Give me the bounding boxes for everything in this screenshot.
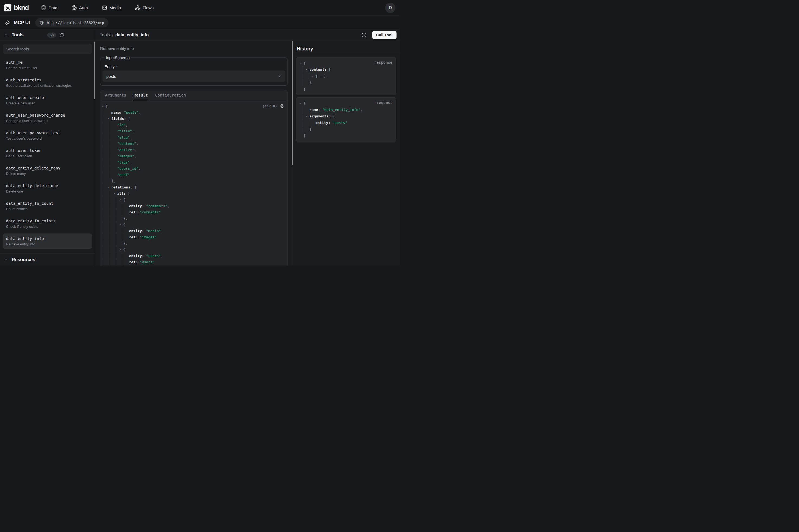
- breadcrumb-root[interactable]: Tools: [100, 33, 110, 37]
- indent-guide: [120, 209, 126, 215]
- history-icon[interactable]: [361, 32, 367, 38]
- tool-list-item[interactable]: auth_user_password_testTest a user's pas…: [3, 128, 92, 143]
- indent-guide: [300, 119, 306, 126]
- tool-desc: Count entities: [6, 207, 89, 211]
- tool-list-item[interactable]: data_entity_fn_existsCheck if entity exi…: [3, 216, 92, 231]
- tool-desc: Get the available authentication strateg…: [6, 83, 89, 88]
- indent-guide: [306, 73, 312, 79]
- bknd-logo[interactable]: bknd: [4, 4, 29, 12]
- indent-guide: [102, 184, 108, 190]
- indent-guide: [108, 190, 114, 196]
- tool-name: auth_me: [6, 60, 89, 65]
- refresh-icon[interactable]: [60, 33, 64, 37]
- json-line: ▾{: [100, 103, 287, 109]
- tool-list-item[interactable]: auth_user_tokenGet a user token: [3, 145, 92, 161]
- collapse-caret-icon[interactable]: ▾: [300, 60, 304, 66]
- chevron-up-icon[interactable]: [4, 33, 8, 37]
- tab-configuration[interactable]: Configuration: [155, 90, 186, 100]
- tool-desc: Delete one: [6, 189, 89, 194]
- json-line: "content",: [100, 140, 287, 147]
- history-title: History: [293, 40, 400, 54]
- tool-list-item[interactable]: data_entity_delete_oneDelete one: [3, 180, 92, 196]
- tool-list-item[interactable]: auth_user_password_changeChange a user's…: [3, 110, 92, 126]
- sidebar-scrollbar-thumb[interactable]: [94, 41, 95, 99]
- entity-field-label: Entity*: [104, 64, 285, 69]
- history-json-viewer: ▾{▾content: [▸{...}]}: [299, 60, 394, 93]
- json-line: ]: [299, 79, 394, 86]
- tool-list-item[interactable]: data_entity_fn_countCount entities: [3, 198, 92, 214]
- tab-result[interactable]: Result: [134, 90, 148, 100]
- indent-guide: [108, 166, 114, 172]
- indent-guide: [102, 166, 108, 172]
- indent-guide: [102, 147, 108, 153]
- collapse-caret-icon[interactable]: ▾: [102, 103, 105, 109]
- indent-guide: [108, 228, 114, 234]
- collapse-caret-icon[interactable]: ▾: [300, 100, 304, 107]
- json-line: }: [299, 86, 394, 93]
- collapse-caret-icon[interactable]: ▾: [306, 66, 309, 73]
- tool-list-item[interactable]: auth_strategiesGet the available authent…: [3, 75, 92, 90]
- tool-description: Retrieve entity info: [100, 46, 288, 51]
- indent-guide: [114, 234, 120, 240]
- database-icon: [41, 5, 46, 10]
- collapse-caret-icon[interactable]: ▾: [120, 222, 123, 228]
- collapse-caret-icon[interactable]: ▾: [114, 190, 117, 196]
- indent-guide: [102, 172, 108, 178]
- tools-sidebar: Tools 50 auth_meGet the current userauth…: [0, 30, 95, 265]
- tool-name: auth_strategies: [6, 77, 89, 83]
- indent-guide: [108, 128, 114, 134]
- image-icon: [102, 5, 107, 10]
- copy-button[interactable]: [280, 104, 284, 108]
- expand-caret-icon[interactable]: ▸: [312, 73, 316, 79]
- indent-guide: [108, 122, 114, 128]
- brand-name: bknd: [14, 4, 29, 12]
- input-schema-fieldset: InputSchema Entity* posts: [100, 55, 288, 86]
- json-line: ref: "comments": [100, 209, 287, 215]
- entity-select[interactable]: posts: [102, 71, 285, 82]
- tool-list-item[interactable]: auth_meGet the current user: [3, 57, 92, 73]
- tool-list-item[interactable]: data_entity_infoRetrieve entity info: [3, 233, 92, 249]
- call-tool-button[interactable]: Call Tool: [372, 31, 397, 39]
- nav-item-flows[interactable]: Flows: [135, 5, 153, 10]
- tool-list-item[interactable]: auth_user_createCreate a new user: [3, 93, 92, 108]
- history-entry-response[interactable]: response ▾{▾content: [▸{...}]}: [296, 57, 396, 95]
- nav-label: Auth: [79, 5, 88, 10]
- avatar[interactable]: D: [385, 3, 396, 13]
- indent-guide: [114, 196, 120, 203]
- indent-guide: [108, 240, 114, 246]
- tool-list-item[interactable]: data_entity_delete_manyDelete many: [3, 163, 92, 178]
- json-line: entity: "comments",: [100, 203, 287, 209]
- indent-guide: [114, 209, 120, 215]
- tool-name: data_entity_fn_exists: [6, 218, 89, 224]
- history-entry-request[interactable]: request ▾{name: "data_entity_info",▾argu…: [296, 97, 396, 142]
- server-url-pill[interactable]: http://localhost:28623/mcp: [35, 18, 108, 27]
- indent-guide: [108, 259, 114, 265]
- json-line: ▾relations: {: [100, 184, 287, 190]
- json-line: }: [299, 126, 394, 133]
- collapse-caret-icon[interactable]: ▾: [108, 184, 111, 190]
- indent-guide: [120, 253, 126, 259]
- collapse-caret-icon[interactable]: ▾: [306, 113, 309, 119]
- nav-label: Data: [49, 5, 57, 10]
- tab-arguments[interactable]: Arguments: [105, 90, 127, 100]
- indent-guide: [120, 203, 126, 209]
- nav-item-data[interactable]: Data: [41, 5, 57, 10]
- nav-item-media[interactable]: Media: [102, 5, 121, 10]
- main-scrollbar-thumb[interactable]: [292, 41, 293, 165]
- collapse-caret-icon[interactable]: ▾: [120, 246, 123, 253]
- json-line: entity: "users",: [100, 253, 287, 259]
- indent-guide: [114, 240, 120, 246]
- json-line: ref: "images": [100, 234, 287, 240]
- collapse-caret-icon[interactable]: ▾: [120, 196, 123, 203]
- indent-guide: [102, 234, 108, 240]
- collapse-caret-icon[interactable]: ▾: [108, 115, 111, 122]
- search-input[interactable]: [3, 44, 92, 54]
- indent-guide: [114, 259, 120, 265]
- resources-section-header[interactable]: Resources: [0, 253, 95, 265]
- json-line: "active",: [100, 147, 287, 153]
- json-line: ▾{: [100, 246, 287, 253]
- breadcrumb-current: data_entity_info: [116, 33, 149, 37]
- indent-guide: [114, 222, 120, 228]
- nav-item-auth[interactable]: Auth: [72, 5, 88, 10]
- page-title: MCP UI: [14, 20, 30, 25]
